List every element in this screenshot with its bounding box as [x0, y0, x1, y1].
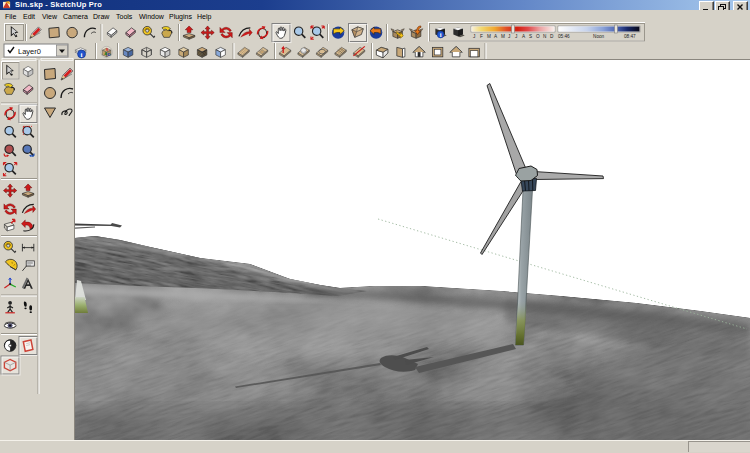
- svg-text:Noon: Noon: [593, 34, 605, 39]
- svg-text:i: i: [440, 31, 442, 38]
- svg-text:J: J: [473, 34, 475, 39]
- svg-text:i: i: [81, 51, 83, 59]
- svg-text:S: S: [529, 34, 532, 39]
- svg-text:05:46: 05:46: [558, 34, 570, 39]
- svg-text:J: J: [515, 34, 517, 39]
- svg-text:M: M: [487, 34, 491, 39]
- svg-text:D: D: [108, 52, 111, 57]
- svg-text:N: N: [543, 34, 546, 39]
- svg-text:Layer0: Layer0: [18, 47, 41, 56]
- svg-text:S: S: [106, 48, 109, 52]
- svg-text:O: O: [536, 34, 540, 39]
- svg-text:M: M: [501, 34, 505, 39]
- svg-text:J: J: [508, 34, 510, 39]
- svg-text:08:47: 08:47: [624, 34, 636, 39]
- svg-text:F: F: [480, 34, 483, 39]
